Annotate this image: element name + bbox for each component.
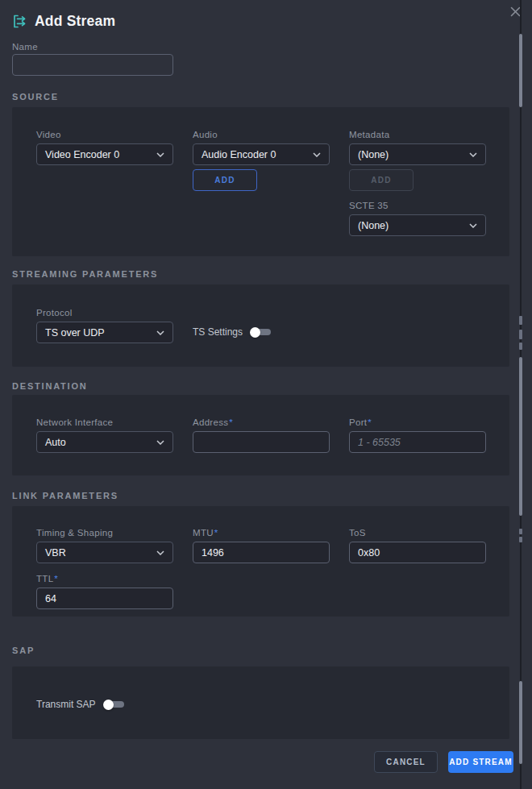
add-audio-button[interactable]: ADD — [193, 169, 257, 191]
tos-label: ToS — [349, 528, 486, 538]
add-stream-icon — [12, 14, 27, 29]
tos-input[interactable] — [349, 542, 486, 563]
protocol-select-value: TS over UDP — [45, 327, 105, 338]
ttl-label: TTL* — [36, 574, 509, 583]
link-panel: Timing & Shaping VBR MTU* ToS TTL* — [12, 506, 509, 617]
timing-shaping-value: VBR — [45, 547, 66, 559]
scrollbar-dash — [519, 537, 522, 542]
network-interface-select[interactable]: Auto — [36, 431, 173, 453]
metadata-select[interactable]: (None) — [349, 143, 486, 165]
add-metadata-button: ADD — [349, 169, 414, 191]
ts-settings-toggle[interactable] — [250, 326, 271, 338]
mtu-input[interactable] — [193, 542, 330, 563]
scte35-select[interactable]: (None) — [349, 214, 486, 236]
chevron-down-icon — [156, 550, 164, 555]
dialog-header: Add Stream — [12, 13, 115, 30]
chevron-down-icon — [156, 152, 164, 157]
port-input[interactable] — [349, 431, 486, 453]
protocol-select[interactable]: TS over UDP — [36, 322, 173, 343]
name-label: Name — [12, 42, 38, 52]
link-section-title: LINK PARAMETERS — [12, 491, 118, 500]
transmit-sap-label: Transmit SAP — [36, 699, 96, 710]
video-select[interactable]: Video Encoder 0 — [36, 143, 173, 165]
destination-panel: Network Interface Auto Address* Port* — [12, 395, 509, 475]
cancel-button[interactable]: CANCEL — [374, 751, 438, 773]
chevron-down-icon — [469, 152, 477, 157]
scrollbar-dash — [519, 343, 522, 350]
ttl-input[interactable] — [36, 588, 173, 609]
chevron-down-icon — [313, 152, 321, 157]
source-section-title: SOURCE — [12, 92, 59, 102]
audio-select-value: Audio Encoder 0 — [202, 149, 276, 160]
video-label: Video — [36, 130, 173, 139]
port-label: Port* — [349, 417, 486, 427]
address-label: Address* — [193, 417, 330, 427]
ts-settings-label: TS Settings — [193, 326, 243, 338]
destination-section-title: DESTINATION — [12, 381, 88, 391]
network-interface-label: Network Interface — [36, 417, 173, 427]
audio-select[interactable]: Audio Encoder 0 — [193, 143, 330, 165]
mtu-label: MTU* — [193, 528, 330, 538]
sap-panel: Transmit SAP — [12, 666, 509, 739]
dialog-footer: CANCEL ADD STREAM — [374, 751, 513, 773]
streaming-panel: Protocol TS over UDP TS Settings — [12, 284, 509, 367]
chevron-down-icon — [156, 330, 164, 335]
transmit-sap-toggle[interactable] — [103, 699, 124, 710]
scrollbar-thumb[interactable] — [519, 357, 522, 516]
scrollbar-dash — [519, 316, 522, 325]
scrollbar-dash — [519, 529, 522, 534]
add-stream-dialog: Add Stream Name SOURCE Video Video Encod… — [0, 0, 532, 789]
scte35-select-value: (None) — [358, 220, 389, 231]
name-input[interactable] — [12, 54, 173, 76]
scrollbar-thumb[interactable] — [519, 681, 522, 764]
scrollbar-dash — [519, 330, 522, 339]
streaming-section-title: STREAMING PARAMETERS — [12, 269, 158, 279]
audio-label: Audio — [193, 130, 330, 139]
metadata-select-value: (None) — [358, 149, 389, 160]
protocol-label: Protocol — [36, 308, 173, 318]
chevron-down-icon — [156, 440, 164, 445]
scte35-label: SCTE 35 — [349, 201, 486, 210]
source-panel: Video Video Encoder 0 Audio Audio Encode… — [12, 107, 509, 256]
timing-shaping-label: Timing & Shaping — [36, 528, 173, 538]
metadata-label: Metadata — [349, 130, 486, 139]
chevron-down-icon — [469, 223, 477, 228]
timing-shaping-select[interactable]: VBR — [36, 542, 173, 563]
network-interface-value: Auto — [45, 437, 66, 448]
scrollbar-thumb[interactable] — [519, 34, 522, 107]
add-stream-button[interactable]: ADD STREAM — [448, 751, 513, 773]
dialog-title: Add Stream — [35, 13, 115, 30]
address-input[interactable] — [193, 431, 330, 453]
video-select-value: Video Encoder 0 — [45, 149, 119, 160]
sap-section-title: SAP — [12, 646, 35, 655]
